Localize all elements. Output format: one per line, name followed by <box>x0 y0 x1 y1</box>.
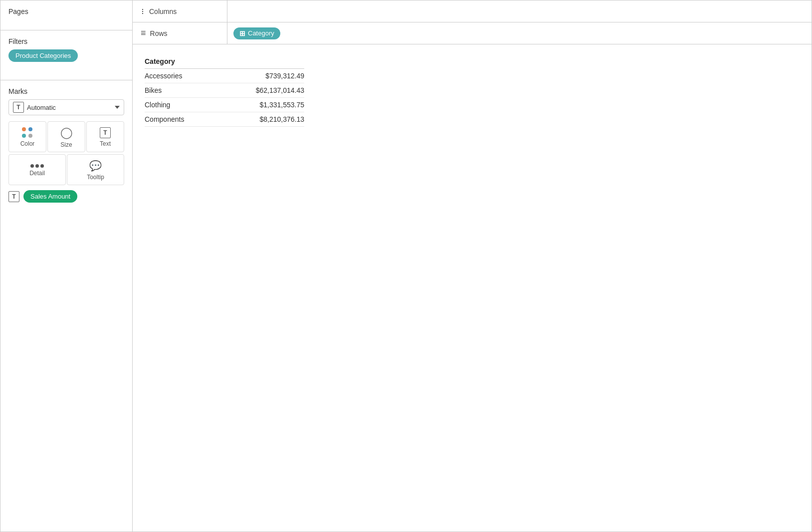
table-cell-value: $62,137,014.43 <box>238 83 304 98</box>
filter-label: Product Categories <box>15 52 71 59</box>
text-icon: T <box>100 127 111 138</box>
pages-section: Pages <box>0 0 132 30</box>
rows-icon: ≡ <box>141 28 146 38</box>
rows-shelf: ≡ Rows ⊞ Category <box>133 22 812 44</box>
table-cell-value: $8,210,376.13 <box>238 112 304 127</box>
data-table: Category Accessories$739,312.49Bikes$62,… <box>145 54 304 127</box>
table-cell-value: $739,312.49 <box>238 69 304 83</box>
filters-section: Filters Product Categories <box>0 30 132 80</box>
marks-type-icon: T <box>13 102 24 113</box>
filters-label: Filters <box>8 37 124 45</box>
table-row: Accessories$739,312.49 <box>145 69 304 83</box>
marks-type-value: Automatic <box>27 104 112 111</box>
color-icon <box>22 127 33 138</box>
size-mark-button[interactable]: ◯ Size <box>47 121 85 152</box>
chevron-down-icon <box>115 106 120 109</box>
marks-top-grid: Color ◯ Size T Text <box>8 121 124 152</box>
detail-label: Detail <box>29 170 45 177</box>
sales-amount-pill[interactable]: Sales Amount <box>23 190 77 203</box>
category-pill-label: Category <box>248 29 274 37</box>
columns-shelf-content <box>227 8 812 14</box>
size-icon: ◯ <box>60 126 73 139</box>
tooltip-mark-button[interactable]: 💬 Tooltip <box>67 154 124 185</box>
text-label: Text <box>100 140 111 147</box>
sales-amount-t-icon: T <box>8 191 19 202</box>
product-categories-filter[interactable]: Product Categories <box>8 49 78 62</box>
pages-label: Pages <box>8 7 124 15</box>
table-cell-value: $1,331,553.75 <box>238 98 304 112</box>
table-row: Bikes$62,137,014.43 <box>145 83 304 98</box>
detail-icon <box>30 164 44 168</box>
text-mark-button[interactable]: T Text <box>86 121 124 152</box>
marks-bottom-grid: Detail 💬 Tooltip <box>8 154 124 185</box>
category-column-header: Category <box>145 54 238 69</box>
table-cell-category: Bikes <box>145 83 238 98</box>
value-column-header <box>238 54 304 69</box>
category-pill[interactable]: ⊞ Category <box>233 27 280 39</box>
left-panel: Pages Filters Product Categories Marks T… <box>0 0 133 532</box>
columns-label: Columns <box>149 7 177 15</box>
canvas-area: Category Accessories$739,312.49Bikes$62,… <box>133 44 812 532</box>
color-label: Color <box>20 140 35 147</box>
marks-section: Marks T Automatic Color <box>0 80 132 532</box>
marks-label: Marks <box>8 87 124 95</box>
sales-amount-row: T Sales Amount <box>8 190 124 203</box>
columns-shelf-label: ⫶ Columns <box>133 0 227 22</box>
category-pill-icon: ⊞ <box>239 29 245 37</box>
table-row: Clothing$1,331,553.75 <box>145 98 304 112</box>
table-row: Components$8,210,376.13 <box>145 112 304 127</box>
color-mark-button[interactable]: Color <box>8 121 46 152</box>
right-panel: ⫶ Columns ≡ Rows ⊞ Category <box>133 0 812 532</box>
columns-shelf: ⫶ Columns <box>133 0 812 22</box>
tooltip-label: Tooltip <box>87 174 104 181</box>
rows-shelf-content: ⊞ Category <box>227 24 812 42</box>
size-label: Size <box>60 141 72 148</box>
marks-type-dropdown[interactable]: T Automatic <box>8 99 124 115</box>
columns-icon: ⫶ <box>141 7 145 16</box>
sales-amount-label: Sales Amount <box>30 193 70 200</box>
table-cell-category: Components <box>145 112 238 127</box>
table-cell-category: Accessories <box>145 69 238 83</box>
tooltip-icon: 💬 <box>89 160 102 172</box>
rows-shelf-label: ≡ Rows <box>133 22 227 44</box>
detail-mark-button[interactable]: Detail <box>8 154 66 185</box>
rows-label: Rows <box>150 29 168 37</box>
table-cell-category: Clothing <box>145 98 238 112</box>
